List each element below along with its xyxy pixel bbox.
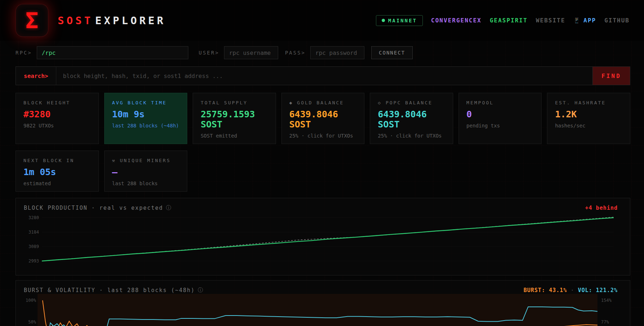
stat-label: ◇ POPC BALANCE — [378, 100, 445, 105]
svg-text:3089: 3089 — [29, 244, 39, 249]
stat-label: NEXT BLOCK IN — [23, 158, 91, 163]
stat-card-unique-miners: ⚒ UNIQUE MINERS — last 288 blocks — [104, 151, 188, 192]
stat-sub: 25% · click for UTXOs — [378, 133, 445, 139]
pass-label: PASS> — [285, 50, 306, 56]
stat-sub: hashes/sec — [555, 123, 622, 129]
nav-link-github[interactable]: GITHUB — [604, 17, 630, 24]
legend-burst-value: 43.1% — [549, 287, 567, 294]
info-icon[interactable]: ⓘ — [198, 287, 203, 294]
panel-title-text: BLOCK PRODUCTION · real vs expected — [24, 205, 163, 211]
legend-burst: BURST: 43.1% — [523, 287, 567, 294]
legend-separator: · — [571, 287, 574, 294]
sigma-icon: Σ — [25, 10, 38, 31]
stat-value: 25759.1593 — [201, 109, 268, 119]
rpc-username-input[interactable] — [224, 46, 278, 59]
network-dot-icon — [382, 19, 385, 22]
stat-card-hashrate: EST. HASHRATE 1.2K hashes/sec — [547, 93, 630, 144]
burst-volatility-legend: BURST: 43.1% · VOL: 121.2% — [523, 287, 618, 294]
find-button[interactable]: FIND — [592, 67, 630, 85]
stat-sub: SOST emitted — [201, 133, 268, 139]
brand-logo[interactable]: Σ — [16, 4, 48, 37]
stat-value: 6439.8046 — [378, 109, 445, 119]
svg-text:77%: 77% — [601, 320, 609, 325]
stat-label: ⚒ UNIQUE MINERS — [112, 158, 180, 163]
stat-value-unit: SOST — [201, 119, 268, 130]
stat-card-mempool: MEMPOOL 0 pending txs — [459, 93, 542, 144]
rpc-url-input[interactable] — [37, 46, 188, 59]
nav-link-app-label: APP — [583, 17, 596, 24]
svg-text:3280: 3280 — [29, 215, 39, 220]
svg-text:2993: 2993 — [29, 258, 39, 264]
stat-label: AVG BLOCK TIME — [112, 100, 180, 105]
stat-value-unit: SOST — [289, 119, 357, 130]
connect-button[interactable]: CONNECT — [371, 46, 413, 59]
brand-title: SOSTEXPLORER — [58, 14, 166, 27]
app-icon: 📱 — [574, 17, 581, 24]
brand-title-secondary: EXPLORER — [95, 14, 166, 27]
stat-card-total-supply: TOTAL SUPPLY 25759.1593 SOST SOST emitte… — [193, 93, 276, 144]
main-content: RPC> USER> PASS> CONNECT search> FIND BL… — [0, 46, 644, 326]
rpc-password-input[interactable] — [310, 46, 364, 59]
stat-value: 1.2K — [555, 109, 622, 119]
stat-card-avg-block-time: AVG BLOCK TIME 10m 9s last 288 blocks (~… — [104, 93, 188, 144]
behind-badge: +4 behind — [585, 205, 618, 211]
mainnet-badge[interactable]: MAINNET — [376, 15, 423, 26]
legend-vol: VOL: 121.2% — [578, 287, 618, 294]
stat-sub: pending txs — [466, 123, 534, 129]
stat-value-unit: SOST — [378, 119, 445, 130]
stat-value: 1m 05s — [23, 167, 91, 177]
stat-sub: 9822 UTXOs — [23, 123, 91, 129]
nav-link-app[interactable]: 📱 APP — [574, 17, 596, 24]
user-label: USER> — [199, 50, 219, 56]
block-production-title: BLOCK PRODUCTION · real vs expected ⓘ — [24, 205, 172, 211]
stat-sub: last 288 blocks — [112, 181, 180, 186]
stat-value: 0 — [466, 109, 534, 119]
stat-value: #3280 — [23, 109, 91, 119]
stat-card-next-block: NEXT BLOCK IN 1m 05s estimated — [16, 151, 99, 192]
header: Σ SOSTEXPLORER MAINNET CONVERGENCEX GEAS… — [0, 0, 644, 41]
stat-label: TOTAL SUPPLY — [201, 100, 268, 105]
stat-card-popc-balance[interactable]: ◇ POPC BALANCE 6439.8046 SOST 25% · clic… — [370, 93, 453, 144]
svg-text:50%: 50% — [28, 320, 36, 325]
burst-volatility-title: BURST & VOLATILITY · last 288 blocks (~4… — [24, 287, 203, 294]
behind-badge-text: +4 behind — [585, 205, 618, 211]
search-input[interactable] — [56, 67, 592, 85]
stat-card-block-height: BLOCK HEIGHT #3280 9822 UTXOs — [16, 93, 99, 144]
nav-link-website[interactable]: WEBSITE — [536, 17, 565, 24]
burst-volatility-panel: BURST & VOLATILITY · last 288 blocks (~4… — [16, 280, 630, 326]
svg-text:154%: 154% — [601, 298, 612, 303]
block-production-panel: BLOCK PRODUCTION · real vs expected ⓘ +4… — [16, 198, 630, 275]
stat-sub: 25% · click for UTXOs — [289, 133, 357, 139]
rpc-bar: RPC> USER> PASS> CONNECT — [16, 46, 630, 59]
nav-link-convergencex[interactable]: CONVERGENCEX — [431, 17, 482, 24]
search-prompt: search> — [16, 67, 56, 85]
svg-text:3184: 3184 — [29, 230, 39, 235]
stat-label: BLOCK HEIGHT — [23, 100, 91, 105]
stat-value: 10m 9s — [112, 109, 180, 119]
nav-link-geaspirit[interactable]: GEASPIRIT — [490, 17, 527, 24]
panel-title-text: BURST & VOLATILITY · last 288 blocks (~4… — [24, 287, 195, 294]
legend-vol-label: VOL: — [578, 287, 592, 294]
brand-title-primary: SOST — [58, 14, 93, 27]
header-nav: MAINNET CONVERGENCEX GEASPIRIT WEBSITE 📱… — [376, 15, 630, 26]
svg-text:100%: 100% — [26, 298, 36, 303]
search-bar: search> FIND — [16, 66, 630, 85]
mainnet-badge-label: MAINNET — [388, 18, 417, 23]
stat-label: MEMPOOL — [466, 100, 534, 105]
stat-sub: estimated — [23, 181, 91, 186]
stat-label: ◆ GOLD BALANCE — [289, 100, 357, 105]
rpc-label: RPC> — [16, 50, 32, 56]
stat-sub: last 288 blocks (~48h) — [112, 123, 180, 129]
stat-card-gold-balance[interactable]: ◆ GOLD BALANCE 6439.8046 SOST 25% · clic… — [281, 93, 365, 144]
stat-value: — — [112, 167, 180, 177]
info-icon[interactable]: ⓘ — [166, 205, 172, 211]
stat-label: EST. HASHRATE — [555, 100, 622, 105]
legend-vol-value: 121.2% — [596, 287, 618, 294]
stats-grid-row2: NEXT BLOCK IN 1m 05s estimated ⚒ UNIQUE … — [16, 151, 630, 192]
legend-burst-label: BURST: — [523, 287, 545, 294]
stat-value: 6439.8046 — [289, 109, 357, 119]
stats-grid-row1: BLOCK HEIGHT #3280 9822 UTXOs AVG BLOCK … — [16, 93, 630, 144]
